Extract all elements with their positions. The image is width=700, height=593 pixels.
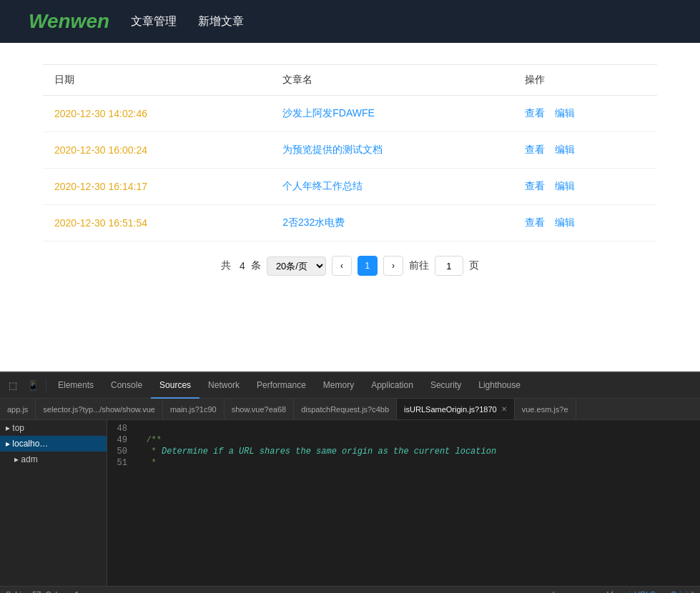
edit-button[interactable]: 编辑	[555, 107, 575, 119]
pagination-total-prefix: 共	[221, 259, 231, 272]
date-cell: 2020-12-30 16:00:24	[43, 132, 271, 169]
pagination: 共 4 条 20条/页 50条/页 ‹ 1 › 前往 页	[43, 256, 657, 276]
devtools-tab-application[interactable]: Application	[363, 373, 422, 399]
goto-prefix: 前往	[409, 259, 429, 272]
edit-button[interactable]: 编辑	[555, 216, 575, 228]
article-table: 日期 文章名 操作 2020-12-30 14:02:46 沙发上阿发FDAWF…	[43, 64, 657, 241]
file-tab-selector-js-typ----show-show-vue[interactable]: selector.js?typ.../show/show.vue	[36, 399, 163, 420]
devtools-tabs: ElementsConsoleSourcesNetworkPerformance…	[49, 373, 697, 399]
sidebar-item-localhost[interactable]: ▸ localho…	[0, 436, 107, 452]
devtools-main-area: ▸ top ▸ localho… ▸ adm 48 49 /** 50 * De…	[0, 420, 700, 586]
nav-add-article[interactable]: 新增文章	[198, 14, 244, 29]
source-mapped-info: (source mapped from isURLSameOrigin)	[552, 590, 694, 594]
current-page-button[interactable]: 1	[358, 256, 378, 276]
date-cell: 2020-12-30 16:14:17	[43, 169, 271, 205]
view-button[interactable]: 查看	[525, 107, 545, 119]
action-cell: 查看 编辑	[513, 132, 657, 169]
prev-page-button[interactable]: ‹	[332, 256, 352, 276]
view-button[interactable]: 查看	[525, 144, 545, 155]
file-tab-dispatchrequest-js-c4bb[interactable]: dispatchRequest.js?c4bb	[294, 399, 397, 420]
devtools-panel: ⬚ 📱 ElementsConsoleSourcesNetworkPerform…	[0, 372, 700, 593]
table-row: 2020-12-30 16:51:54 2否232水电费 查看 编辑	[43, 205, 657, 241]
devtools-tab-lighthouse[interactable]: Lighthouse	[470, 373, 529, 399]
position-icon: {}	[6, 590, 11, 594]
file-tab-show-vue-ea68[interactable]: show.vue?ea68	[225, 399, 294, 420]
date-cell: 2020-12-30 14:02:46	[43, 96, 271, 132]
action-cell: 查看 编辑	[513, 96, 657, 132]
code-editor: 48 49 /** 50 * Determine if a URL shares…	[107, 420, 700, 586]
edit-button[interactable]: 编辑	[555, 180, 575, 191]
title-cell[interactable]: 为预览提供的测试文档	[271, 132, 513, 169]
per-page-select[interactable]: 20条/页 50条/页	[267, 256, 326, 276]
col-header-action: 操作	[513, 65, 657, 96]
view-button[interactable]: 查看	[525, 216, 545, 228]
devtools-tab-security[interactable]: Security	[422, 373, 470, 399]
goto-suffix: 页	[469, 259, 479, 272]
title-cell[interactable]: 沙发上阿发FDAWFE	[271, 96, 513, 132]
view-button[interactable]: 查看	[525, 180, 545, 191]
file-tab-isurlsameorigin-js-1870[interactable]: isURLSameOrigin.js?1870✕	[397, 399, 515, 420]
table-row: 2020-12-30 16:00:24 为预览提供的测试文档 查看 编辑	[43, 132, 657, 169]
sidebar-item-adm[interactable]: ▸ adm	[0, 452, 107, 467]
toolbar-separator	[46, 379, 46, 393]
code-line-49: 49 /**	[107, 434, 700, 446]
code-line-51: 51 *	[107, 457, 700, 469]
file-tabs-bar: app.jsselector.js?typ.../show/show.vuema…	[0, 399, 700, 420]
table-row: 2020-12-30 14:02:46 沙发上阿发FDAWFE 查看 编辑	[43, 96, 657, 132]
action-cell: 查看 编辑	[513, 169, 657, 205]
source-mapped-bar: {} Line 57, Column 1 (source mapped from…	[0, 586, 700, 593]
devtools-tab-performance[interactable]: Performance	[248, 373, 315, 399]
main-content: 日期 文章名 操作 2020-12-30 14:02:46 沙发上阿发FDAWF…	[0, 43, 700, 372]
col-header-date: 日期	[43, 65, 271, 96]
brand-logo: Wenwen	[29, 10, 109, 33]
col-header-title: 文章名	[271, 65, 513, 96]
file-tab-vue-esm-js-e[interactable]: vue.esm.js?e	[515, 399, 576, 420]
device-toggle-icon[interactable]: 📱	[23, 376, 43, 396]
devtools-tab-console[interactable]: Console	[102, 373, 151, 399]
title-cell[interactable]: 个人年终工作总结	[271, 169, 513, 205]
position-text: Line 57, Column 1	[15, 590, 79, 594]
pagination-count: 4	[240, 260, 245, 271]
source-mapped-link[interactable]: isURLSameOrigin	[628, 590, 691, 594]
devtools-tab-elements[interactable]: Elements	[49, 373, 102, 399]
devtools-toolbar: ⬚ 📱 ElementsConsoleSourcesNetworkPerform…	[0, 373, 700, 399]
devtools-tab-network[interactable]: Network	[199, 373, 248, 399]
top-navigation: Wenwen 文章管理 新增文章	[0, 0, 700, 43]
code-line-50: 50 * Determine if a URL shares the same …	[107, 446, 700, 457]
sidebar-item-top[interactable]: ▸ top	[0, 420, 107, 436]
goto-page-input[interactable]	[435, 256, 463, 276]
table-row: 2020-12-30 16:14:17 个人年终工作总结 查看 编辑	[43, 169, 657, 205]
source-tree-sidebar: ▸ top ▸ localho… ▸ adm	[0, 420, 107, 586]
edit-button[interactable]: 编辑	[555, 144, 575, 155]
title-cell[interactable]: 2否232水电费	[271, 205, 513, 241]
code-line-48: 48	[107, 423, 700, 434]
file-tab-main-js-1c90[interactable]: main.js?1c90	[163, 399, 225, 420]
action-cell: 查看 编辑	[513, 205, 657, 241]
next-page-button[interactable]: ›	[383, 256, 403, 276]
close-file-tab-icon[interactable]: ✕	[501, 405, 507, 413]
pagination-total-suffix: 条	[251, 259, 261, 272]
devtools-tab-sources[interactable]: Sources	[151, 373, 199, 399]
inspect-element-icon[interactable]: ⬚	[3, 376, 23, 396]
file-tab-app-js[interactable]: app.js	[0, 399, 36, 420]
devtools-tab-memory[interactable]: Memory	[315, 373, 363, 399]
date-cell: 2020-12-30 16:51:54	[43, 205, 271, 241]
nav-article-management[interactable]: 文章管理	[131, 14, 177, 29]
